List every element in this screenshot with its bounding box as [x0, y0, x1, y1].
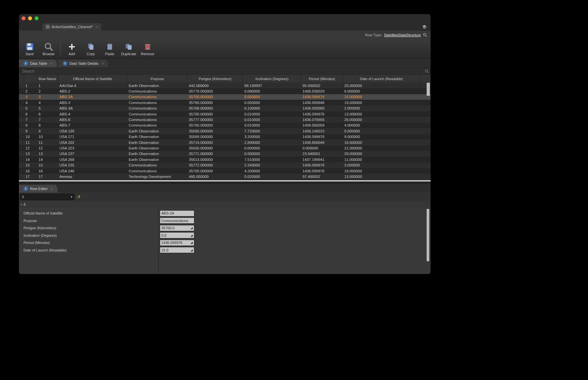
- drag-handle-icon[interactable]: ⋮⋮: [19, 94, 24, 100]
- drag-handle-icon[interactable]: ⋮⋮: [19, 83, 24, 88]
- disclosure-triangle-icon[interactable]: ▾: [21, 203, 22, 206]
- col-purpose[interactable]: Purpose: [127, 75, 188, 83]
- traffic-lights: [22, 16, 39, 20]
- splitter[interactable]: [19, 181, 431, 184]
- tab-row-editor[interactable]: i Row Editor ×: [19, 185, 57, 193]
- table-row[interactable]: ⋮⋮99USA 139Earth Observation35560.000000…: [19, 128, 431, 134]
- table-row[interactable]: ⋮⋮1313USA 237Earth Observation35771.0000…: [19, 151, 431, 157]
- input-period[interactable]: 1436.099976◢: [160, 240, 194, 246]
- paste-button[interactable]: Paste: [101, 42, 119, 56]
- close-window-button[interactable]: [22, 16, 25, 20]
- add-button[interactable]: Add: [63, 42, 81, 56]
- drag-handle-icon[interactable]: ⋮⋮: [19, 174, 24, 179]
- close-panel-icon[interactable]: ×: [51, 187, 53, 191]
- label-perigee: Perigee (Kilometers): [19, 224, 158, 232]
- drag-handle-icon[interactable]: ⋮⋮: [19, 117, 24, 122]
- tab-data-table[interactable]: i Data Table ×: [19, 60, 57, 67]
- cell-purpose: Earth Observation: [127, 157, 188, 162]
- input-perigee[interactable]: 35700.0◢: [160, 225, 194, 231]
- col-perigee[interactable]: Perigee (Kilometers): [188, 75, 243, 83]
- minimize-window-button[interactable]: [28, 16, 32, 20]
- table-row[interactable]: ⋮⋮44ABS-3Communications35769.0000000.050…: [19, 100, 431, 105]
- row-editor-header[interactable]: ▾ 3: [19, 201, 431, 208]
- table-row[interactable]: ⋮⋮1111USA 202Earth Observation35714.0000…: [19, 140, 431, 145]
- table-row[interactable]: ⋮⋮1212USA 223Earth Observation35500.0000…: [19, 145, 431, 151]
- table-row[interactable]: ⋮⋮1010USA 171Earth Observation35589.0000…: [19, 134, 431, 140]
- input-launch[interactable]: 15.0◢: [160, 247, 194, 253]
- spinner-icon[interactable]: ◢: [190, 226, 193, 230]
- grid-body[interactable]: ⋮⋮11AAUSat-4Earth Observation442.0000009…: [19, 83, 431, 180]
- input-purpose[interactable]: Communications: [160, 217, 194, 224]
- cell-perigee: 35769.000000: [188, 100, 243, 105]
- drag-handle-icon[interactable]: ⋮⋮: [19, 128, 24, 134]
- zoom-window-button[interactable]: [35, 16, 39, 20]
- spinner-icon[interactable]: ◢: [190, 249, 193, 252]
- rowtype-link[interactable]: SatellitesDataStructure: [384, 33, 421, 37]
- cell-name: USA 237: [58, 151, 127, 157]
- drag-handle-icon[interactable]: ⋮⋮: [19, 140, 24, 145]
- table-row[interactable]: ⋮⋮33ABS-2ACommunications35700.0000000.00…: [19, 94, 431, 100]
- tab-data-table-details[interactable]: i Data Table Details ×: [58, 60, 108, 67]
- col-name[interactable]: Official Name of Satellite: [58, 75, 127, 83]
- cell-rowname: 17: [37, 174, 58, 179]
- svg-line-1: [426, 36, 427, 37]
- drag-handle-icon[interactable]: ⋮⋮: [19, 151, 24, 157]
- drag-handle-icon[interactable]: ⋮⋮: [19, 157, 24, 162]
- input-inclination[interactable]: 0.0◢: [160, 232, 194, 238]
- cell-name: USA 223: [58, 145, 127, 151]
- search-icon[interactable]: [425, 69, 429, 74]
- close-panel-icon[interactable]: ×: [50, 62, 52, 65]
- table-row[interactable]: ⋮⋮1515USA 235Communications35772.0000002…: [19, 162, 431, 168]
- cell-period: 97.400002: [301, 174, 343, 179]
- table-row[interactable]: ⋮⋮11AAUSat-4Earth Observation442.0000009…: [19, 83, 431, 88]
- browse-button[interactable]: Browse: [40, 42, 57, 56]
- row-select-dropdown[interactable]: 3 ▼: [20, 194, 74, 200]
- table-row[interactable]: ⋮⋮88ABS-7Communications35780.0000000.010…: [19, 123, 431, 128]
- col-inclination[interactable]: Inclination (Degrees): [243, 75, 301, 83]
- col-launch[interactable]: Date of Launch (Readable): [343, 75, 420, 83]
- table-row[interactable]: ⋮⋮1414USA 268Earth Observation35613.0000…: [19, 157, 431, 162]
- input-name[interactable]: ABS-2A: [160, 210, 194, 216]
- table-row[interactable]: ⋮⋮66ABS-4Communications35780.0000000.010…: [19, 111, 431, 117]
- search-input[interactable]: [20, 68, 425, 74]
- cell-purpose: Earth Observation: [127, 145, 188, 151]
- cell-perigee: 35771.000000: [188, 151, 243, 157]
- graduation-cap-icon[interactable]: [421, 25, 427, 29]
- reset-to-default-icon[interactable]: ↺: [77, 195, 80, 199]
- cell-perigee: 35772.000000: [188, 162, 243, 168]
- cell-launch: 26.000000: [343, 117, 420, 122]
- drag-handle-icon[interactable]: ⋮⋮: [19, 106, 24, 111]
- close-tab-icon[interactable]: ×: [96, 25, 98, 29]
- spinner-icon[interactable]: ◢: [190, 241, 193, 244]
- drag-handle-icon[interactable]: ⋮⋮: [19, 123, 24, 128]
- col-period[interactable]: Period (Minutes): [301, 75, 343, 83]
- table-row[interactable]: ⋮⋮22ABS-2Communications35778.0000000.080…: [19, 88, 431, 94]
- drag-handle-icon[interactable]: ⋮⋮: [19, 111, 24, 117]
- remove-button[interactable]: Remove: [139, 42, 156, 56]
- document-tab[interactable]: ActiveSatellites_Cleaned* ×: [42, 23, 101, 30]
- drag-handle-icon[interactable]: ⋮⋮: [19, 168, 24, 174]
- copy-button[interactable]: Copy: [82, 42, 100, 56]
- search-rowtype-icon[interactable]: [423, 33, 427, 37]
- drag-handle-icon[interactable]: ⋮⋮: [19, 145, 24, 151]
- vertical-scrollbar[interactable]: [427, 83, 430, 180]
- drag-handle-icon[interactable]: ⋮⋮: [19, 134, 24, 140]
- duplicate-button[interactable]: Duplicate: [120, 42, 138, 56]
- table-row[interactable]: ⋮⋮1616USA 246Communications35700.0000004…: [19, 168, 431, 174]
- col-rowname[interactable]: Row Name: [37, 75, 58, 83]
- scrollbar-thumb[interactable]: [427, 83, 430, 96]
- table-row[interactable]: ⋮⋮77ABS-6Communications35777.0000000.010…: [19, 117, 431, 122]
- drag-handle-icon[interactable]: ⋮⋮: [19, 88, 24, 94]
- cell-launch: 4.000000: [343, 123, 420, 128]
- editor-scrollbar[interactable]: [427, 209, 429, 261]
- table-row[interactable]: ⋮⋮55ABS-3ACommunications35788.0000000.10…: [19, 106, 431, 111]
- table-row[interactable]: ⋮⋮1717AeneasTechnology Development480.00…: [19, 174, 431, 179]
- cell-period: 1438.800049: [301, 140, 343, 145]
- toolbar: Save Browse Add Copy Paste Duplicate Rem…: [19, 40, 431, 59]
- drag-handle-icon[interactable]: ⋮⋮: [19, 100, 24, 105]
- save-button[interactable]: Save: [21, 42, 39, 56]
- cell-purpose: Communications: [127, 100, 188, 105]
- drag-handle-icon[interactable]: ⋮⋮: [19, 162, 24, 168]
- close-panel-icon[interactable]: ×: [102, 62, 104, 65]
- spinner-icon[interactable]: ◢: [190, 234, 193, 237]
